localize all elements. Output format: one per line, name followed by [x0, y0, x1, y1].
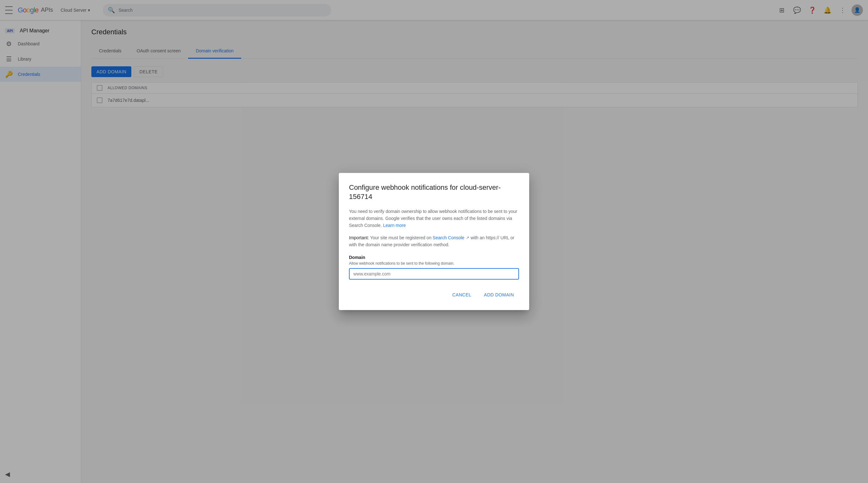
- modal-important: Important: Your site must be registered …: [349, 234, 519, 248]
- external-link-icon: ↗: [466, 235, 469, 241]
- domain-input[interactable]: [349, 268, 519, 279]
- search-console-link[interactable]: Search Console: [433, 235, 464, 240]
- modal-actions: CANCEL ADD DOMAIN: [349, 290, 519, 300]
- cancel-button[interactable]: CANCEL: [447, 290, 476, 300]
- modal-description: You need to verify domain ownership to a…: [349, 208, 519, 229]
- add-domain-modal-button[interactable]: ADD DOMAIN: [479, 290, 519, 300]
- domain-field-description: Allow webhook notifications to be sent t…: [349, 261, 519, 266]
- modal-desc-text: You need to verify domain ownership to a…: [349, 209, 517, 228]
- modal-title: Configure webhook notifications for clou…: [349, 183, 519, 201]
- modal-dialog: Configure webhook notifications for clou…: [339, 173, 529, 310]
- modal-domain-field: Domain Allow webhook notifications to be…: [349, 255, 519, 279]
- important-text: Your site must be registered on: [370, 235, 433, 240]
- domain-field-label: Domain: [349, 255, 519, 260]
- modal-overlay: Configure webhook notifications for clou…: [0, 0, 868, 483]
- important-label: Important:: [349, 235, 369, 240]
- learn-more-link[interactable]: Learn more: [383, 223, 406, 228]
